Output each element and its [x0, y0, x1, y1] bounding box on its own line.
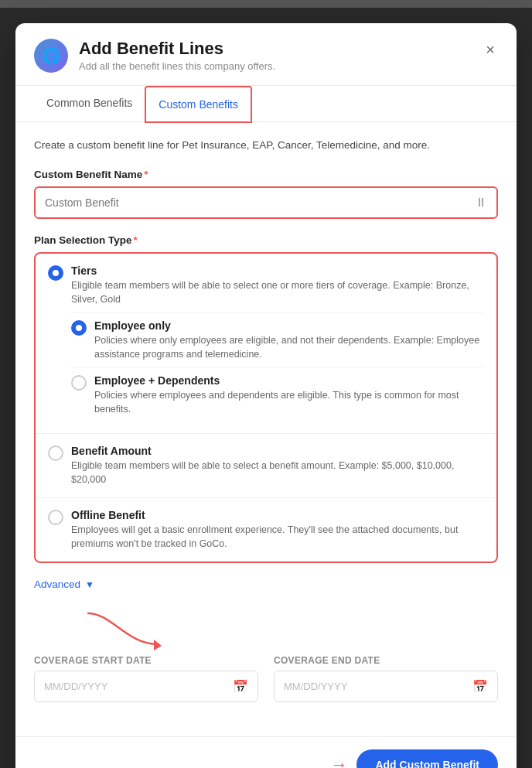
chevron-down-icon: ▼: [85, 579, 94, 590]
employee-only-description: Policies where only employees are eligib…: [94, 334, 484, 361]
plan-option-offline-benefit[interactable]: Offline Benefit Employees will get a bas…: [36, 498, 496, 561]
calendar-start-icon: 📅: [233, 679, 248, 694]
date-fields: Coverage Start Date MM/DD/YYYY 📅 Coverag…: [34, 655, 498, 702]
coverage-start-placeholder: MM/DD/YYYY: [44, 681, 107, 692]
benefit-amount-description: Eligible team members will be able to se…: [71, 459, 484, 486]
add-custom-benefit-button[interactable]: Add Custom Benefit: [356, 749, 498, 768]
advanced-section: Advanced ▼: [34, 579, 498, 590]
modal-icon: 🌐: [34, 39, 68, 73]
calendar-end-icon: 📅: [472, 679, 488, 694]
add-benefit-modal: 🌐 Add Benefit Lines Add all the benefit …: [15, 23, 517, 768]
sub-options-tiers: Employee only Policies where only employ…: [71, 312, 484, 422]
employee-dependents-description: Policies where employees and dependents …: [94, 389, 484, 416]
modal-footer: → Add Custom Benefit: [15, 736, 517, 768]
tiers-label: Tiers: [71, 265, 484, 277]
radio-offline-benefit[interactable]: [48, 510, 63, 525]
required-asterisk: *: [144, 169, 148, 180]
footer-arrow-icon: →: [330, 755, 347, 768]
plan-selection-box: Tiers Eligible team members will be able…: [34, 252, 498, 563]
close-button[interactable]: ×: [483, 39, 498, 60]
coverage-start-field: Coverage Start Date MM/DD/YYYY 📅: [34, 655, 258, 702]
required-asterisk-plan: *: [134, 234, 138, 246]
coverage-end-input[interactable]: MM/DD/YYYY 📅: [274, 671, 498, 702]
employee-only-label: Employee only: [94, 319, 484, 332]
coverage-end-label: Coverage End Date: [274, 655, 498, 666]
custom-benefit-name-field[interactable]: ⏸: [34, 186, 498, 219]
plan-selection-label: Plan Selection Type*: [34, 234, 498, 246]
radio-benefit-amount[interactable]: [48, 445, 63, 461]
modal-subtitle: Add all the benefit lines this company o…: [79, 60, 275, 72]
arrow-decoration: [34, 606, 498, 652]
coverage-start-label: Coverage Start Date: [34, 655, 258, 666]
benefit-amount-label: Benefit Amount: [71, 445, 484, 457]
plan-option-tiers[interactable]: Tiers Eligible team members will be able…: [36, 254, 496, 434]
custom-benefit-name-input[interactable]: [45, 196, 475, 209]
offline-benefit-description: Employees will get a basic enrollment ex…: [71, 524, 484, 551]
tab-bar: Common Benefits Custom Benefits: [15, 86, 517, 122]
sub-option-employee-dependents[interactable]: Employee + Dependents Policies where emp…: [71, 367, 484, 422]
sub-option-employee-only[interactable]: Employee only Policies where only employ…: [71, 312, 484, 367]
coverage-end-placeholder: MM/DD/YYYY: [284, 681, 347, 692]
offline-benefit-label: Offline Benefit: [71, 509, 484, 521]
decorative-arrow: [80, 606, 173, 652]
plan-option-benefit-amount[interactable]: Benefit Amount Eligible team members wil…: [36, 434, 496, 498]
tiers-description: Eligible team members will be able to se…: [71, 279, 484, 306]
modal-title: Add Benefit Lines: [79, 39, 275, 59]
custom-benefit-name-label: Custom Benefit Name*: [34, 169, 498, 180]
description-text: Create a custom benefit line for Pet Ins…: [34, 138, 498, 153]
radio-tiers[interactable]: [48, 265, 63, 281]
advanced-label: Advanced: [34, 579, 80, 590]
radio-employee-only[interactable]: [71, 320, 87, 336]
coverage-start-input[interactable]: MM/DD/YYYY 📅: [34, 671, 258, 702]
coverage-end-field: Coverage End Date MM/DD/YYYY 📅: [274, 655, 498, 702]
employee-dependents-label: Employee + Dependents: [94, 374, 484, 387]
tab-common-benefits[interactable]: Common Benefits: [34, 86, 145, 122]
svg-marker-0: [154, 640, 162, 650]
modal-body: Create a custom benefit line for Pet Ins…: [15, 122, 517, 736]
input-icon: ⏸: [475, 196, 487, 210]
radio-employee-dependents[interactable]: [71, 375, 87, 391]
advanced-toggle-button[interactable]: Advanced ▼: [34, 579, 94, 590]
modal-header: 🌐 Add Benefit Lines Add all the benefit …: [15, 23, 517, 86]
tab-custom-benefits[interactable]: Custom Benefits: [145, 86, 252, 123]
